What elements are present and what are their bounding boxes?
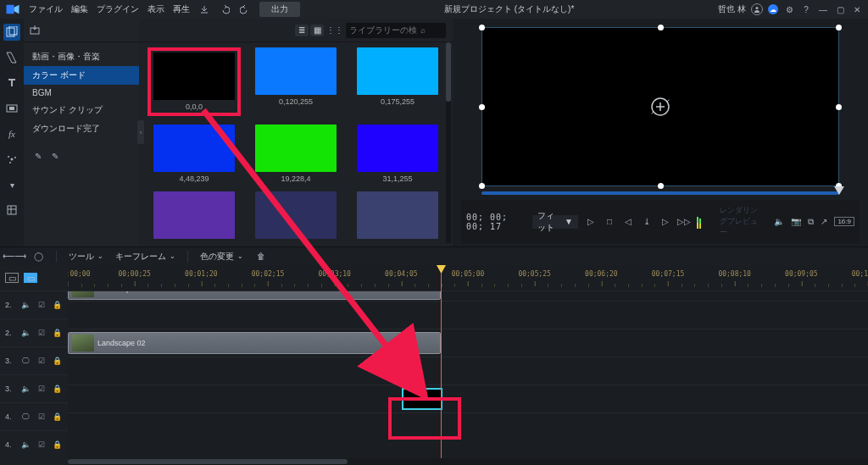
export-button[interactable]: 出力 [259,2,300,17]
rail-fx-icon[interactable]: fx [3,125,20,142]
track-layer-a-icon[interactable]: ▭ [5,273,19,283]
cloud-icon[interactable]: ☁ [768,4,778,14]
swatch-5[interactable]: 31,1,255 [351,125,444,183]
minimize-icon[interactable]: — [817,3,829,15]
track-head[interactable]: 3. 🔈 ☑ 🔒 [0,374,68,402]
category-soundclip[interactable]: サウンド クリップ [24,101,139,119]
track-head[interactable]: 2. 🔈 ☑ 🔒 [0,291,68,318]
track-head[interactable]: 4. 🔈 ☑ 🔒 [0,430,68,458]
tool-dropdown[interactable]: ツール⌄ [69,251,103,263]
snapshot-icon[interactable]: ⤓ [641,216,653,228]
lock-icon[interactable]: 🔒 [52,355,63,367]
menu-play[interactable]: 再生 [173,3,190,15]
seek-end-marker[interactable] [834,186,844,198]
track-row[interactable] [68,385,868,412]
render-preview-button[interactable]: レンダリングプレビュー [715,203,767,240]
track-layer-b-icon[interactable]: ▭ [24,273,37,283]
resize-handle[interactable] [836,25,842,30]
rail-media-icon[interactable] [3,24,20,41]
rail-brush-icon[interactable]: ▾ [3,176,20,193]
import-media-icon[interactable] [29,25,41,36]
stop-icon[interactable]: □ [604,216,615,228]
swatch-7[interactable] [249,191,342,241]
pen-icon[interactable]: ✎ [32,150,44,162]
detach-icon[interactable]: ⧉ [808,216,814,228]
sort-icon[interactable]: ⋮⋮ [329,25,341,36]
monitor-icon[interactable]: 🖵 [20,411,31,423]
redo-icon[interactable] [239,3,251,15]
rail-particle-icon[interactable] [3,151,20,168]
undo-icon[interactable] [219,3,231,15]
grid-view-icon[interactable]: ▦ [310,25,324,36]
track-head[interactable]: 3. 🖵 ☑ 🔒 [0,346,68,374]
resize-handle[interactable] [658,183,664,189]
resize-handle[interactable] [658,25,664,30]
settings-icon[interactable]: ⚙ [783,3,795,15]
swatch-4[interactable]: 19,228,4 [249,125,342,183]
lock-icon[interactable]: 🔒 [52,299,63,311]
eye-icon[interactable]: ☑ [36,411,47,423]
swatch-6[interactable] [147,191,241,241]
swatch-3[interactable]: 4,48,239 [147,125,241,183]
list-view-icon[interactable]: ≣ [295,25,309,36]
rail-template-icon[interactable] [3,202,20,219]
swatch-0[interactable]: 0,0,0 [147,47,241,116]
volume-icon[interactable]: 🔈 [774,216,784,228]
import-icon[interactable] [198,3,210,15]
mute-icon[interactable]: 🔈 [20,383,31,395]
track-row[interactable] [68,412,868,440]
mute-icon[interactable]: 🔈 [20,299,31,311]
resize-handle[interactable] [479,183,485,189]
view-toggle[interactable]: ≣ ▦ [295,25,324,36]
lock-icon[interactable]: 🔒 [52,327,63,339]
menu-plugin[interactable]: プラグイン [97,3,139,15]
play-icon[interactable]: ▷ [585,216,597,228]
track-row[interactable] [68,357,868,385]
eye-icon[interactable]: ☑ [36,355,47,367]
swatch-1[interactable]: 0,120,255 [249,47,342,116]
category-downloaded[interactable]: ダウンロード完了 [24,119,139,138]
aspect-ratio-label[interactable]: 16:9 [834,217,854,226]
track-head[interactable]: 4. 🖵 ☑ 🔒 [0,402,68,430]
mute-icon[interactable]: 🔈 [20,439,31,451]
close-icon[interactable]: ✕ [851,3,863,15]
eye-icon[interactable]: ☑ [36,299,47,311]
search-icon[interactable]: ⌕ [420,25,426,35]
menu-view[interactable]: 表示 [147,3,164,15]
ffwd-icon[interactable]: ▷▷ [678,216,690,228]
markers-icon[interactable]: ◯ [32,251,44,263]
eye-icon[interactable]: ☑ [36,439,47,451]
swatch-2[interactable]: 0,175,255 [351,47,444,116]
prev-frame-icon[interactable]: ◁ [622,216,634,228]
search-input[interactable] [349,25,417,35]
time-ruler[interactable]: 00;00;00;0000;00;2500;01;2000;02;1500;03… [68,265,868,291]
lock-icon[interactable]: 🔒 [52,411,63,423]
timeline-horizontal-scrollbar[interactable] [68,458,868,465]
menu-file[interactable]: ファイル [29,3,63,15]
swatch-8[interactable] [351,191,444,241]
clip-landscape01[interactable]: Landscape 01 [68,291,441,300]
resize-handle[interactable] [479,25,485,30]
pen2-icon[interactable]: ✎ [49,150,61,162]
lock-icon[interactable]: 🔒 [52,439,63,451]
next-frame-icon[interactable]: ▷ [659,216,671,228]
monitor-icon[interactable]: 🖵 [20,355,31,367]
camera-icon[interactable]: 📷 [791,216,801,228]
user-avatar-icon[interactable] [751,3,763,15]
preview-viewport[interactable] [481,27,839,186]
add-media-icon[interactable] [648,95,672,119]
eye-icon[interactable]: ☑ [36,327,47,339]
rail-transition-icon[interactable] [3,49,20,66]
maximize-icon[interactable]: ▢ [834,3,846,15]
track-row[interactable] [68,301,868,329]
category-colorboard[interactable]: カラー ボード [24,66,139,85]
category-bgm[interactable]: BGM [24,85,139,101]
zoom-fit-select[interactable]: フィット▼ [532,215,577,229]
category-media[interactable]: 動画・画像・音楽 [24,47,139,66]
library-scrollbar[interactable] [446,42,451,243]
cut-icon[interactable]: ⟵⟶ [8,251,20,263]
tracks-body[interactable]: 00;00;00;0000;00;2500;01;2000;02;1500;03… [68,265,868,465]
keyframe-dropdown[interactable]: キーフレーム⌄ [115,251,175,263]
eye-icon[interactable]: ☑ [36,383,47,395]
tracks-area[interactable]: Landscape 01 Landscape 02 [68,291,868,465]
